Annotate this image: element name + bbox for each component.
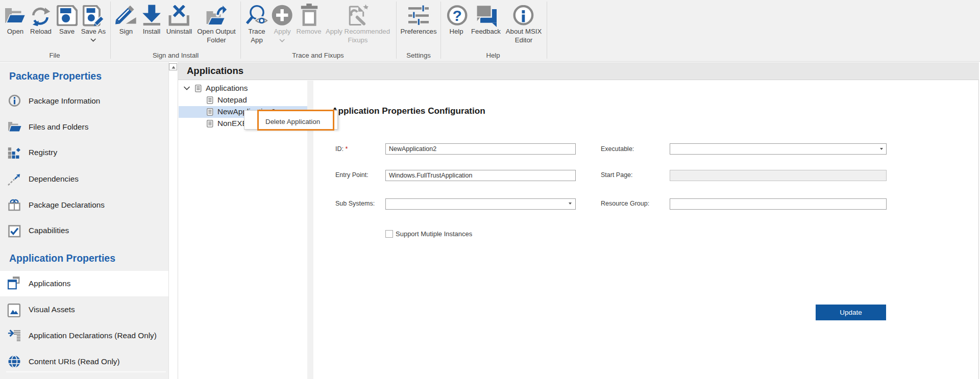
svg-text:?: ? <box>453 7 462 24</box>
